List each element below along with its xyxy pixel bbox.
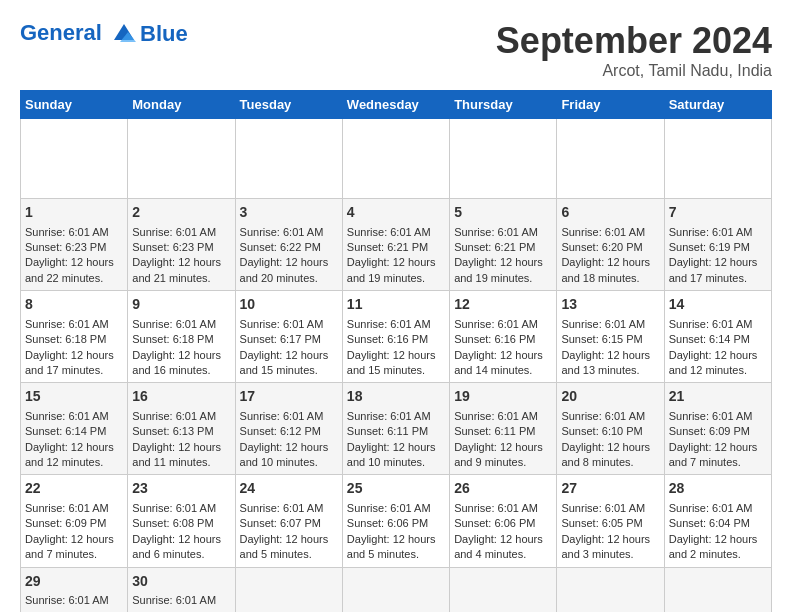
daylight: Daylight: 12 hours and 11 minutes. <box>132 441 221 468</box>
sunrise: Sunrise: 6:01 AM <box>347 410 431 422</box>
daylight: Daylight: 12 hours and 22 minutes. <box>25 256 114 283</box>
sunset: Sunset: 6:04 PM <box>669 517 750 529</box>
logo: General Blue <box>20 20 188 48</box>
col-wednesday: Wednesday <box>342 91 449 119</box>
day-number: 10 <box>240 295 338 315</box>
sunrise: Sunrise: 6:01 AM <box>25 318 109 330</box>
sunrise: Sunrise: 6:01 AM <box>132 594 216 606</box>
list-item: 13 Sunrise: 6:01 AM Sunset: 6:15 PM Dayl… <box>557 291 664 383</box>
sunset: Sunset: 6:15 PM <box>561 333 642 345</box>
sunset: Sunset: 6:11 PM <box>454 425 535 437</box>
col-sunday: Sunday <box>21 91 128 119</box>
daylight: Daylight: 12 hours and 5 minutes. <box>240 533 329 560</box>
list-item: 2 Sunrise: 6:01 AM Sunset: 6:23 PM Dayli… <box>128 199 235 291</box>
sunset: Sunset: 6:18 PM <box>25 333 106 345</box>
month-year-title: September 2024 <box>496 20 772 62</box>
col-saturday: Saturday <box>664 91 771 119</box>
sunrise: Sunrise: 6:01 AM <box>25 502 109 514</box>
sunrise: Sunrise: 6:01 AM <box>347 502 431 514</box>
daylight: Daylight: 12 hours and 19 minutes. <box>454 256 543 283</box>
sunset: Sunset: 6:05 PM <box>561 517 642 529</box>
day-number: 9 <box>132 295 230 315</box>
logo-general: General <box>20 20 102 45</box>
table-row <box>21 119 772 199</box>
daylight: Daylight: 12 hours and 2 minutes. <box>669 533 758 560</box>
sunset: Sunset: 6:11 PM <box>347 425 428 437</box>
day-number: 19 <box>454 387 552 407</box>
list-item: 24 Sunrise: 6:01 AM Sunset: 6:07 PM Dayl… <box>235 475 342 567</box>
list-item: 20 Sunrise: 6:01 AM Sunset: 6:10 PM Dayl… <box>557 383 664 475</box>
daylight: Daylight: 12 hours and 5 minutes. <box>347 533 436 560</box>
col-tuesday: Tuesday <box>235 91 342 119</box>
day-number: 21 <box>669 387 767 407</box>
table-row: 15 Sunrise: 6:01 AM Sunset: 6:14 PM Dayl… <box>21 383 772 475</box>
list-item: 19 Sunrise: 6:01 AM Sunset: 6:11 PM Dayl… <box>450 383 557 475</box>
table-row: 8 Sunrise: 6:01 AM Sunset: 6:18 PM Dayli… <box>21 291 772 383</box>
daylight: Daylight: 12 hours and 7 minutes. <box>669 441 758 468</box>
sunrise: Sunrise: 6:01 AM <box>347 226 431 238</box>
daylight: Daylight: 12 hours and 7 minutes. <box>25 533 114 560</box>
sunrise: Sunrise: 6:01 AM <box>132 318 216 330</box>
page-header: General Blue September 2024 Arcot, Tamil… <box>20 20 772 80</box>
daylight: Daylight: 12 hours and 17 minutes. <box>669 256 758 283</box>
empty-cell <box>342 567 449 612</box>
daylight: Daylight: 12 hours and 14 minutes. <box>454 349 543 376</box>
daylight: Daylight: 12 hours and 8 minutes. <box>561 441 650 468</box>
list-item: 7 Sunrise: 6:01 AM Sunset: 6:19 PM Dayli… <box>664 199 771 291</box>
table-row: 22 Sunrise: 6:01 AM Sunset: 6:09 PM Dayl… <box>21 475 772 567</box>
list-item: 21 Sunrise: 6:01 AM Sunset: 6:09 PM Dayl… <box>664 383 771 475</box>
sunrise: Sunrise: 6:01 AM <box>240 502 324 514</box>
sunrise: Sunrise: 6:01 AM <box>25 226 109 238</box>
list-item: 18 Sunrise: 6:01 AM Sunset: 6:11 PM Dayl… <box>342 383 449 475</box>
sunset: Sunset: 6:14 PM <box>669 333 750 345</box>
daylight: Daylight: 12 hours and 4 minutes. <box>454 533 543 560</box>
day-number: 6 <box>561 203 659 223</box>
sunrise: Sunrise: 6:01 AM <box>669 410 753 422</box>
sunset: Sunset: 6:17 PM <box>240 333 321 345</box>
day-number: 2 <box>132 203 230 223</box>
sunrise: Sunrise: 6:01 AM <box>132 410 216 422</box>
sunrise: Sunrise: 6:01 AM <box>132 226 216 238</box>
daylight: Daylight: 12 hours and 3 minutes. <box>561 533 650 560</box>
sunset: Sunset: 6:22 PM <box>240 241 321 253</box>
daylight: Daylight: 12 hours and 17 minutes. <box>25 349 114 376</box>
sunset: Sunset: 6:20 PM <box>561 241 642 253</box>
sunrise: Sunrise: 6:01 AM <box>347 318 431 330</box>
list-item: 30 Sunrise: 6:01 AM Sunset: 6:03 PM Dayl… <box>128 567 235 612</box>
sunset: Sunset: 6:10 PM <box>561 425 642 437</box>
list-item: 9 Sunrise: 6:01 AM Sunset: 6:18 PM Dayli… <box>128 291 235 383</box>
day-number: 30 <box>132 572 230 592</box>
logo-icon <box>110 20 138 48</box>
sunset: Sunset: 6:09 PM <box>669 425 750 437</box>
sunrise: Sunrise: 6:01 AM <box>240 226 324 238</box>
list-item: 1 Sunrise: 6:01 AM Sunset: 6:23 PM Dayli… <box>21 199 128 291</box>
sunrise: Sunrise: 6:01 AM <box>240 410 324 422</box>
list-item: 16 Sunrise: 6:01 AM Sunset: 6:13 PM Dayl… <box>128 383 235 475</box>
empty-cell <box>450 567 557 612</box>
daylight: Daylight: 12 hours and 10 minutes. <box>240 441 329 468</box>
col-monday: Monday <box>128 91 235 119</box>
sunrise: Sunrise: 6:01 AM <box>669 226 753 238</box>
daylight: Daylight: 12 hours and 16 minutes. <box>132 349 221 376</box>
sunrise: Sunrise: 6:01 AM <box>132 502 216 514</box>
sunset: Sunset: 6:08 PM <box>132 517 213 529</box>
location-text: Arcot, Tamil Nadu, India <box>496 62 772 80</box>
calendar-table: Sunday Monday Tuesday Wednesday Thursday… <box>20 90 772 612</box>
logo-blue: Blue <box>140 21 188 47</box>
day-number: 25 <box>347 479 445 499</box>
daylight: Daylight: 12 hours and 6 minutes. <box>132 533 221 560</box>
day-number: 27 <box>561 479 659 499</box>
sunrise: Sunrise: 6:01 AM <box>454 410 538 422</box>
sunset: Sunset: 6:16 PM <box>454 333 535 345</box>
sunset: Sunset: 6:16 PM <box>347 333 428 345</box>
col-thursday: Thursday <box>450 91 557 119</box>
sunrise: Sunrise: 6:01 AM <box>669 318 753 330</box>
sunrise: Sunrise: 6:01 AM <box>25 410 109 422</box>
daylight: Daylight: 12 hours and 19 minutes. <box>347 256 436 283</box>
sunset: Sunset: 6:23 PM <box>25 241 106 253</box>
table-row: 29 Sunrise: 6:01 AM Sunset: 6:04 PM Dayl… <box>21 567 772 612</box>
day-number: 12 <box>454 295 552 315</box>
list-item: 29 Sunrise: 6:01 AM Sunset: 6:04 PM Dayl… <box>21 567 128 612</box>
empty-cell <box>21 119 128 199</box>
day-number: 23 <box>132 479 230 499</box>
